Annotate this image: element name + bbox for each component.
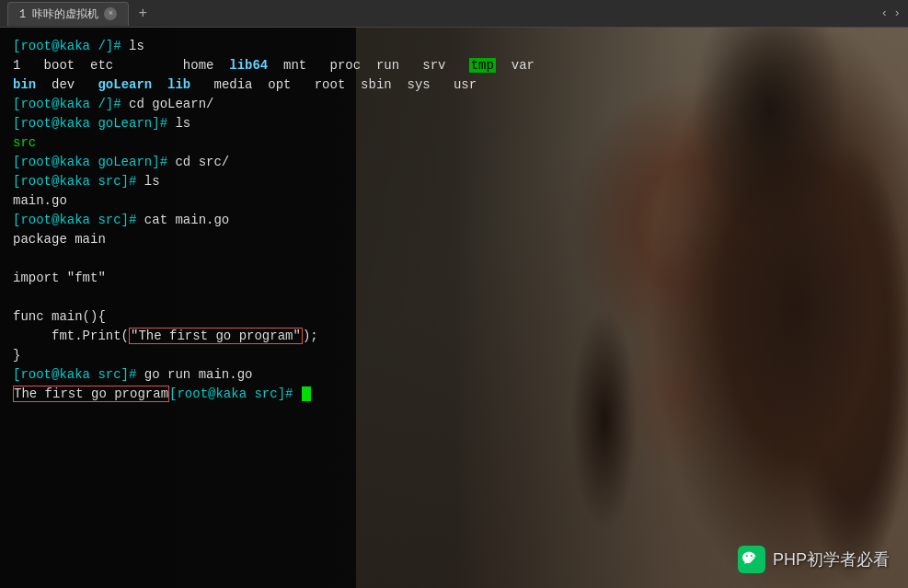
terminal-line-3: bin dev goLearn lib media opt root sbin …: [13, 75, 895, 95]
terminal-blank-1: [13, 249, 895, 269]
terminal-blank-2: [13, 288, 895, 307]
terminal-line-10: [root@kaka src]# cat main.go: [13, 211, 895, 230]
nav-prev[interactable]: ‹: [880, 6, 888, 20]
terminal-cursor: [302, 386, 311, 401]
terminal-line-13: func main(){: [13, 307, 895, 327]
nav-next[interactable]: ›: [893, 6, 901, 20]
prompt-1: [root@kaka /]#: [13, 39, 129, 53]
terminal-line-4: [root@kaka /]# cd goLearn/: [13, 95, 895, 114]
terminal-line-11: package main: [13, 230, 895, 249]
new-tab-button[interactable]: +: [132, 4, 153, 24]
terminal-line-6: src: [13, 133, 895, 153]
cmd-1: ls: [129, 39, 144, 53]
terminal-content[interactable]: [root@kaka /]# ls 1 boot etc home lib64 …: [0, 28, 908, 588]
watermark: PHP初学者必看: [738, 546, 890, 573]
tab-close-button[interactable]: ×: [104, 7, 117, 20]
terminal-line-12: import "fmt": [13, 269, 895, 288]
terminal-wrapper: [root@kaka /]# ls 1 boot etc home lib64 …: [0, 28, 908, 588]
tab-label: 1 咔咔的虚拟机: [19, 6, 98, 22]
terminal-line-17: The first go program[root@kaka src]#: [13, 385, 895, 404]
wechat-icon: [738, 546, 765, 573]
titlebar: 1 咔咔的虚拟机 × + ‹ ›: [0, 0, 908, 28]
watermark-text: PHP初学者必看: [773, 548, 890, 571]
highlighted-string: "The first go program": [129, 328, 303, 344]
terminal-line-1: [root@kaka /]# ls: [13, 37, 895, 56]
terminal-line-2: 1 boot etc home lib64 mnt proc run srv t…: [13, 56, 895, 75]
terminal-tab[interactable]: 1 咔咔的虚拟机 ×: [7, 2, 129, 26]
titlebar-controls: ‹ ›: [880, 6, 901, 20]
terminal-line-8: [root@kaka src]# ls: [13, 172, 895, 191]
terminal-line-9: main.go: [13, 191, 895, 211]
terminal-line-5: [root@kaka goLearn]# ls: [13, 114, 895, 133]
tmp-highlight: tmp: [469, 58, 496, 73]
terminal-line-15: }: [13, 346, 895, 365]
terminal-line-14: fmt.Print("The first go program");: [13, 327, 895, 346]
program-output: The first go program: [13, 386, 169, 402]
terminal-line-16: [root@kaka src]# go run main.go: [13, 365, 895, 385]
terminal-line-7: [root@kaka goLearn]# cd src/: [13, 153, 895, 172]
